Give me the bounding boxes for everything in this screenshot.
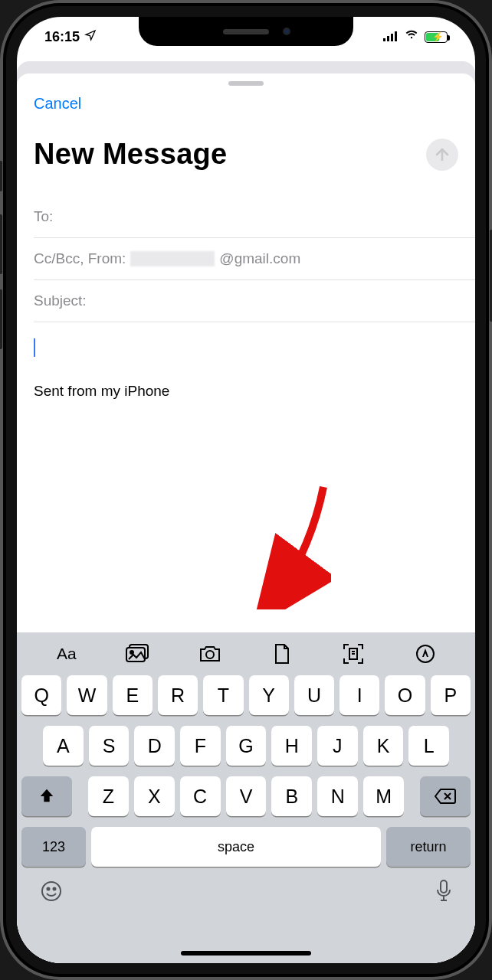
- keyboard: Aa: [17, 632, 475, 963]
- svg-rect-2: [391, 34, 393, 41]
- attach-document-button[interactable]: [262, 639, 302, 669]
- markup-button[interactable]: [405, 639, 445, 669]
- volume-up-button: [0, 214, 2, 274]
- emoji-button[interactable]: [40, 880, 63, 908]
- svg-point-7: [206, 651, 214, 658]
- svg-point-9: [417, 645, 434, 662]
- space-key[interactable]: space: [91, 827, 381, 867]
- to-field[interactable]: To:: [34, 196, 475, 238]
- sheet-grabber[interactable]: [228, 81, 264, 86]
- key-y[interactable]: Y: [249, 675, 289, 715]
- location-icon: [84, 29, 97, 45]
- svg-point-6: [130, 651, 133, 654]
- key-h[interactable]: H: [271, 726, 312, 766]
- key-r[interactable]: R: [158, 675, 198, 715]
- key-z[interactable]: Z: [88, 776, 129, 816]
- signature-text: Sent from my iPhone: [34, 383, 458, 400]
- status-time: 16:15: [44, 29, 80, 45]
- svg-rect-0: [383, 38, 385, 41]
- key-q[interactable]: Q: [21, 675, 61, 715]
- to-label: To:: [34, 208, 53, 225]
- key-k[interactable]: K: [363, 726, 404, 766]
- key-b[interactable]: B: [271, 776, 312, 816]
- key-s[interactable]: S: [89, 726, 130, 766]
- svg-point-11: [48, 888, 50, 890]
- mute-switch: [0, 161, 2, 191]
- cellular-icon: [383, 29, 399, 45]
- wifi-icon: [404, 29, 419, 45]
- shift-key[interactable]: [21, 776, 72, 816]
- key-f[interactable]: F: [180, 726, 221, 766]
- svg-rect-1: [387, 36, 389, 41]
- key-n[interactable]: N: [317, 776, 358, 816]
- annotation-arrow: [239, 479, 331, 609]
- key-v[interactable]: V: [226, 776, 267, 816]
- key-a[interactable]: A: [43, 726, 84, 766]
- return-key[interactable]: return: [386, 827, 471, 867]
- notch: [139, 17, 353, 46]
- subject-label: Subject:: [34, 292, 87, 309]
- key-o[interactable]: O: [385, 675, 425, 715]
- battery-icon: ⚡: [425, 31, 448, 43]
- backspace-key[interactable]: [420, 776, 471, 816]
- key-e[interactable]: E: [113, 675, 153, 715]
- key-i[interactable]: I: [339, 675, 379, 715]
- send-button[interactable]: [426, 139, 458, 171]
- svg-rect-13: [441, 880, 447, 893]
- phone-frame: 16:15 ⚡ Cancel: [0, 0, 492, 980]
- key-g[interactable]: G: [226, 726, 267, 766]
- key-m[interactable]: M: [363, 776, 404, 816]
- compose-title: New Message: [34, 138, 228, 171]
- key-x[interactable]: X: [134, 776, 175, 816]
- cancel-button[interactable]: Cancel: [34, 95, 81, 113]
- compose-sheet: Cancel New Message To: Cc/Bcc, From: @gm…: [17, 74, 475, 963]
- speaker: [223, 29, 269, 34]
- svg-point-12: [54, 888, 56, 890]
- cc-bcc-from-field[interactable]: Cc/Bcc, From: @gmail.com: [34, 238, 475, 280]
- key-c[interactable]: C: [180, 776, 221, 816]
- dictation-button[interactable]: [435, 879, 452, 909]
- key-p[interactable]: P: [431, 675, 471, 715]
- key-l[interactable]: L: [408, 726, 449, 766]
- screen: 16:15 ⚡ Cancel: [17, 17, 475, 963]
- svg-point-10: [42, 882, 61, 900]
- key-d[interactable]: D: [134, 726, 175, 766]
- message-body[interactable]: Sent from my iPhone: [34, 338, 458, 400]
- from-address-redacted: [130, 251, 215, 266]
- insert-photo-button[interactable]: [118, 639, 158, 669]
- key-u[interactable]: U: [294, 675, 334, 715]
- volume-down-button: [0, 289, 2, 349]
- keyboard-toolbar: Aa: [17, 632, 475, 675]
- key-t[interactable]: T: [203, 675, 243, 715]
- svg-rect-3: [395, 31, 397, 41]
- subject-field[interactable]: Subject:: [34, 280, 475, 322]
- home-indicator[interactable]: [181, 951, 311, 956]
- from-address-suffix: @gmail.com: [219, 250, 300, 267]
- format-text-button[interactable]: Aa: [47, 639, 87, 669]
- text-cursor: [34, 338, 35, 357]
- scan-document-button[interactable]: [333, 639, 373, 669]
- front-camera: [283, 28, 290, 35]
- key-w[interactable]: W: [67, 675, 107, 715]
- numeric-key[interactable]: 123: [21, 827, 86, 867]
- camera-button[interactable]: [190, 639, 230, 669]
- cc-from-label: Cc/Bcc, From:: [34, 250, 126, 267]
- key-j[interactable]: J: [317, 726, 358, 766]
